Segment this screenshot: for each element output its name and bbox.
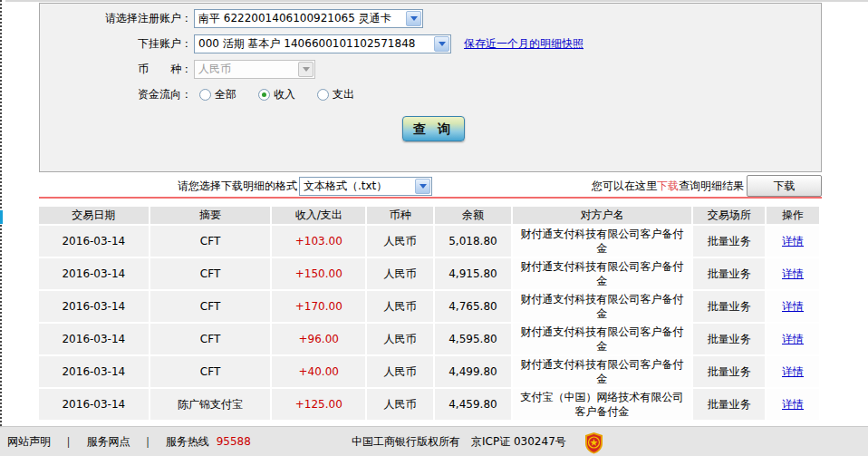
sub-account-value: 000 活期 基本户 1406600101102571848 bbox=[198, 36, 415, 52]
hotline-number: 95588 bbox=[217, 435, 251, 448]
header-counterparty: 对方户名 bbox=[513, 207, 691, 224]
cell-counterparty: 财付通支付科技有限公司客户备付金 bbox=[513, 291, 691, 322]
detail-link[interactable]: 详情 bbox=[782, 365, 804, 378]
cell-summary: CFT bbox=[150, 291, 271, 322]
cell-balance: 4,595.80 bbox=[435, 324, 511, 354]
cell-currency: 人民币 bbox=[367, 356, 433, 387]
cell-balance: 4,459.80 bbox=[435, 389, 511, 420]
currency-row: 币 种： 人民币 bbox=[40, 56, 821, 82]
flow-option-expense[interactable]: 支出 bbox=[317, 87, 354, 102]
footer-link-branches[interactable]: 服务网点 bbox=[86, 435, 130, 448]
cell-currency: 人民币 bbox=[367, 389, 433, 420]
cell-balance: 4,915.80 bbox=[435, 258, 511, 289]
footer-link-statement[interactable]: 网站声明 bbox=[7, 435, 51, 448]
table-row: 2016-03-14 CFT +103.00 人民币 5,018.80 财付通支… bbox=[39, 226, 819, 257]
chevron-down-icon bbox=[298, 62, 313, 77]
cell-balance: 4,765.80 bbox=[435, 291, 511, 322]
download-format-select[interactable]: 文本格式（.txt） bbox=[299, 177, 432, 196]
cell-venue: 批量业务 bbox=[693, 258, 765, 289]
table-row: 2016-03-14 CFT +170.00 人民币 4,765.80 财付通支… bbox=[39, 291, 819, 322]
register-account-label: 请选择注册账户： bbox=[40, 11, 192, 26]
table-row: 2016-03-14 CFT +96.00 人民币 4,595.80 财付通支付… bbox=[39, 324, 819, 354]
chevron-down-icon[interactable] bbox=[415, 179, 430, 194]
cell-amount: +125.00 bbox=[272, 389, 365, 420]
detail-link[interactable]: 详情 bbox=[782, 398, 804, 411]
chevron-down-icon[interactable] bbox=[434, 36, 449, 52]
cell-summary: CFT bbox=[150, 258, 271, 289]
cell-venue: 批量业务 bbox=[693, 356, 765, 387]
query-button[interactable]: 查 询 bbox=[402, 116, 465, 141]
cell-amount: +170.00 bbox=[272, 291, 365, 322]
cell-currency: 人民币 bbox=[367, 291, 433, 322]
download-row: 请您选择下载明细的格式 文本格式（.txt） 您可以在这里下载查询明细结果 下载 bbox=[39, 174, 822, 198]
header-currency: 币种 bbox=[367, 207, 433, 224]
download-format-value: 文本格式（.txt） bbox=[304, 179, 387, 194]
detail-link[interactable]: 详情 bbox=[782, 333, 804, 345]
cell-counterparty: 财付通支付科技有限公司客户备付金 bbox=[513, 226, 691, 257]
register-account-value: 南平 6222001406100921065 灵通卡 bbox=[198, 11, 391, 26]
frame-resize-handle[interactable] bbox=[0, 210, 3, 224]
radio-checked-icon[interactable] bbox=[258, 89, 270, 101]
cell-date: 2016-03-14 bbox=[39, 324, 149, 354]
radio-icon[interactable] bbox=[199, 89, 211, 101]
currency-value: 人民币 bbox=[198, 62, 231, 77]
cell-date: 2016-03-14 bbox=[39, 258, 149, 289]
download-inline-link[interactable]: 下载 bbox=[657, 179, 679, 192]
table-header-row: 交易日期 摘要 收入/支出 币种 余额 对方户名 交易场所 操作 bbox=[39, 207, 819, 224]
cell-date: 2016-03-14 bbox=[39, 226, 149, 257]
download-hint-prefix: 您可以在这里 bbox=[592, 179, 657, 192]
register-account-select[interactable]: 南平 6222001406100921065 灵通卡 bbox=[194, 9, 423, 28]
cell-date: 2016-03-14 bbox=[39, 389, 149, 420]
hotline-label: 服务热线 bbox=[166, 435, 209, 448]
cell-counterparty: 财付通支付科技有限公司客户备付金 bbox=[513, 324, 691, 354]
footer: 网站声明 ｜ 服务网点 ｜ 服务热线 95588 中国工商银行版权所有 京ICP… bbox=[0, 426, 868, 456]
flow-option-income-label: 收入 bbox=[274, 87, 295, 102]
frame-top-border bbox=[5, 0, 868, 2]
cell-counterparty: 财付通支付科技有限公司客户备付金 bbox=[513, 258, 691, 289]
flow-option-all[interactable]: 全部 bbox=[199, 87, 236, 102]
download-format-label: 请您选择下载明细的格式 bbox=[178, 179, 297, 194]
security-shield-badge-icon bbox=[583, 432, 605, 454]
table-row: 2016-03-14 CFT +40.00 人民币 4,499.80 财付通支付… bbox=[39, 356, 819, 387]
header-venue: 交易场所 bbox=[693, 207, 765, 224]
cell-venue: 批量业务 bbox=[693, 226, 765, 257]
currency-label: 币 种： bbox=[40, 62, 192, 77]
radio-icon[interactable] bbox=[317, 89, 329, 101]
cell-currency: 人民币 bbox=[367, 324, 433, 354]
chevron-down-icon[interactable] bbox=[406, 11, 421, 26]
sub-account-row: 下挂账户： 000 活期 基本户 1406600101102571848 保存近… bbox=[40, 31, 821, 56]
save-snapshot-link[interactable]: 保存近一个月的明细快照 bbox=[464, 36, 583, 52]
flow-option-expense-label: 支出 bbox=[333, 87, 354, 102]
cell-summary: CFT bbox=[150, 356, 271, 387]
detail-link[interactable]: 详情 bbox=[782, 300, 804, 313]
header-date: 交易日期 bbox=[39, 207, 149, 224]
flow-option-income[interactable]: 收入 bbox=[258, 87, 295, 102]
flow-label: 资金流向： bbox=[40, 87, 192, 102]
transaction-query-page: { "form": { "register_account_label": "请… bbox=[0, 0, 868, 456]
query-form-panel: 请选择注册账户： 南平 6222001406100921065 灵通卡 下挂账户… bbox=[39, 3, 822, 172]
cell-date: 2016-03-14 bbox=[39, 291, 149, 322]
download-button[interactable]: 下载 bbox=[747, 175, 822, 197]
footer-separator: ｜ bbox=[142, 435, 153, 448]
cell-currency: 人民币 bbox=[367, 226, 433, 257]
detail-link[interactable]: 详情 bbox=[782, 267, 804, 280]
cell-counterparty: 财付通支付科技有限公司客户备付金 bbox=[513, 356, 691, 387]
cell-balance: 4,499.80 bbox=[435, 356, 511, 387]
sub-account-label: 下挂账户： bbox=[40, 36, 192, 52]
header-operation: 操作 bbox=[767, 207, 819, 224]
table-row: 2016-03-14 CFT +150.00 人民币 4,915.80 财付通支… bbox=[39, 258, 819, 289]
table-row: 2016-03-14 陈广锦支付宝 +125.00 人民币 4,459.80 支… bbox=[39, 389, 819, 420]
cell-balance: 5,018.80 bbox=[435, 226, 511, 257]
footer-links: 网站声明 ｜ 服务网点 ｜ 服务热线 95588 bbox=[7, 434, 251, 450]
cell-summary: CFT bbox=[150, 324, 271, 354]
header-amount: 收入/支出 bbox=[272, 207, 365, 224]
sub-account-select[interactable]: 000 活期 基本户 1406600101102571848 bbox=[194, 34, 451, 53]
transactions-table: 交易日期 摘要 收入/支出 币种 余额 对方户名 交易场所 操作 2016-03… bbox=[37, 205, 821, 422]
currency-select: 人民币 bbox=[194, 60, 315, 79]
footer-separator: ｜ bbox=[63, 435, 74, 448]
cell-date: 2016-03-14 bbox=[39, 356, 149, 387]
header-summary: 摘要 bbox=[150, 207, 271, 224]
detail-link[interactable]: 详情 bbox=[782, 235, 804, 247]
download-hint: 您可以在这里下载查询明细结果 bbox=[592, 179, 744, 194]
cell-amount: +96.00 bbox=[272, 324, 365, 354]
